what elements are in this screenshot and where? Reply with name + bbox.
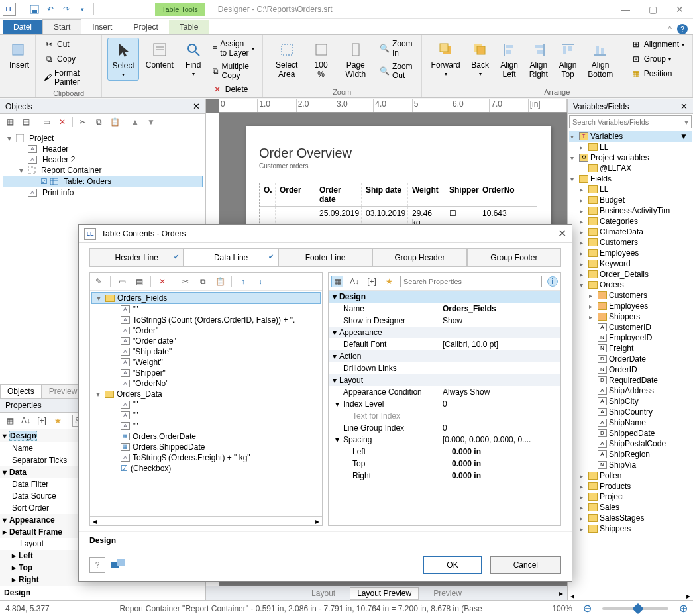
variable-item[interactable]: ▸BusinessActivityTim: [569, 205, 692, 216]
close-panel-icon[interactable]: ✕: [680, 101, 688, 111]
tool-icon[interactable]: ▦: [4, 116, 16, 128]
dialog-tab[interactable]: Group Footer: [467, 248, 561, 266]
dialog-tab[interactable]: Header Line✔: [89, 248, 184, 266]
preview-display-tab[interactable]: Preview: [427, 588, 468, 599]
dialog-tab[interactable]: Footer Line: [278, 248, 372, 266]
property-row[interactable]: Appearance ConditionAlways Show: [329, 386, 560, 398]
expand-icon[interactable]: [+]: [36, 415, 48, 427]
close-icon[interactable]: ✕: [676, 4, 684, 15]
save-icon[interactable]: [28, 3, 40, 15]
dialog-property-grid[interactable]: ▾DesignNameOrders_FieldsShow in Designer…: [329, 291, 560, 525]
dropdown-icon[interactable]: ▾: [682, 116, 691, 128]
property-row[interactable]: Top0.000 in: [329, 458, 560, 470]
variable-item[interactable]: ▸Keyword: [569, 258, 692, 269]
layout-tab[interactable]: Layout: [305, 588, 342, 599]
copy-icon[interactable]: ⧉: [93, 116, 105, 128]
tree-item[interactable]: AHeader 2: [3, 154, 203, 165]
zoom-in-icon[interactable]: ⊕: [679, 602, 688, 615]
property-row[interactable]: ▾Index Level0: [329, 398, 560, 410]
variable-item[interactable]: ▸Shippers: [569, 523, 692, 534]
variable-item[interactable]: AShipCity: [569, 396, 692, 407]
dialog-tab[interactable]: Group Header: [372, 248, 466, 266]
variable-item[interactable]: ▸Employees: [569, 248, 692, 258]
field-item[interactable]: ▾Orders_Data: [91, 389, 321, 399]
field-item[interactable]: A"": [91, 304, 321, 315]
variable-item[interactable]: ▸LL: [569, 184, 692, 195]
sort-icon[interactable]: A↓: [20, 415, 32, 427]
variable-item[interactable]: ▸Pollen: [569, 470, 692, 481]
field-item[interactable]: A"": [91, 421, 321, 431]
field-item[interactable]: A"Shipper": [91, 368, 321, 378]
field-item[interactable]: ▾Orders_Fields: [91, 292, 321, 304]
add-icon[interactable]: ▭: [116, 276, 128, 287]
variable-item[interactable]: ▾Fields: [569, 174, 692, 184]
variables-search-input[interactable]: [570, 116, 682, 128]
dialog-close-icon[interactable]: ✕: [558, 227, 566, 240]
paste-icon[interactable]: 📋: [109, 116, 121, 128]
format-painter-button[interactable]: 🖌Format Painter: [41, 67, 96, 88]
select-button[interactable]: Select▾: [107, 38, 138, 81]
zoom-in-button[interactable]: 🔍Zoom In: [377, 38, 416, 59]
variable-item[interactable]: AShipAddress: [569, 385, 692, 396]
copy-button[interactable]: ⧉Copy: [41, 52, 96, 66]
variable-item[interactable]: ▸Categories: [569, 216, 692, 227]
variable-item[interactable]: ACustomerID: [569, 322, 692, 333]
property-row[interactable]: ▾Appearance: [329, 327, 560, 338]
dialog-field-tree[interactable]: ▾Orders_FieldsA""AToString$ (Count (Orde…: [90, 291, 322, 516]
tool-icon[interactable]: ▤: [20, 116, 32, 128]
zoom-out-button[interactable]: 🔍Zoom Out: [377, 60, 416, 81]
cut-icon[interactable]: ✂: [77, 116, 89, 128]
field-item[interactable]: A"": [91, 410, 321, 421]
property-row[interactable]: ▾Spacing[0.000, 0.000, 0.000, 0....: [329, 434, 560, 446]
variable-item[interactable]: ▸Shippers: [569, 311, 692, 322]
delete-icon[interactable]: ✕: [156, 276, 168, 287]
property-row[interactable]: Text for Index: [329, 410, 560, 422]
property-row[interactable]: ▾Action: [329, 350, 560, 362]
categorize-icon[interactable]: ▦: [4, 415, 16, 427]
move-down-icon[interactable]: ↓: [254, 276, 266, 287]
zoom-100-button[interactable]: 100 %: [308, 38, 335, 81]
zoom-slider[interactable]: [602, 607, 668, 610]
variable-item[interactable]: NShipVia: [569, 460, 692, 470]
variable-item[interactable]: ▸LL: [569, 142, 692, 152]
minimize-icon[interactable]: —: [621, 4, 630, 15]
property-row[interactable]: ▾Design: [329, 291, 560, 303]
variable-item[interactable]: ▸Employees: [569, 301, 692, 311]
layout-preview-tab[interactable]: Layout Preview: [350, 587, 419, 600]
tool-icon[interactable]: ▭: [40, 116, 52, 128]
variable-item[interactable]: @LLFAX: [569, 163, 692, 174]
help-icon[interactable]: ?: [677, 24, 688, 34]
delete-icon[interactable]: ✕: [56, 116, 68, 128]
align-bottom-button[interactable]: Align Bottom: [584, 38, 617, 81]
tree-item[interactable]: ☑ Table: Orders: [3, 176, 203, 187]
categorize-icon[interactable]: ▦: [331, 276, 343, 287]
scroll-right-icon[interactable]: ▸: [686, 591, 690, 600]
windows-icon[interactable]: [111, 557, 127, 573]
redo-icon[interactable]: ↷: [60, 3, 72, 15]
align-right-button[interactable]: Align Right: [525, 38, 553, 81]
copy-icon[interactable]: ⧉: [197, 276, 209, 287]
group-button[interactable]: ⊡Group ▾: [628, 52, 687, 66]
tree-item[interactable]: ▾Report Container: [3, 165, 203, 176]
variable-item[interactable]: ▾⚙Project variables: [569, 152, 692, 163]
scroll-left-icon[interactable]: ◂: [93, 517, 97, 525]
field-item[interactable]: A"Order date": [91, 336, 321, 346]
property-row[interactable]: Default Font[Calibri, 10.0 pt]: [329, 338, 560, 350]
variable-item[interactable]: DOrderDate: [569, 354, 692, 364]
position-button[interactable]: ▦Position: [628, 67, 687, 80]
variable-item[interactable]: ▾Orders: [569, 280, 692, 290]
align-top-button[interactable]: Align Top: [555, 38, 581, 81]
undo-icon[interactable]: ↶: [44, 3, 56, 15]
expand-icon[interactable]: [+]: [366, 276, 378, 287]
variable-item[interactable]: ▸Customers: [569, 290, 692, 301]
variable-item[interactable]: AShipPostalCode: [569, 438, 692, 449]
file-tab[interactable]: Datei: [3, 20, 42, 34]
move-up-icon[interactable]: ↑: [237, 276, 249, 287]
report-table[interactable]: O.OrderOrder dateShip dateWeightShipperO…: [259, 183, 537, 230]
property-row[interactable]: ▾Layout: [329, 374, 560, 386]
multiple-copy-button[interactable]: ⧉Multiple Copy: [209, 60, 257, 81]
variable-item[interactable]: AShipRegion: [569, 449, 692, 460]
forward-button[interactable]: Forward▾: [427, 38, 464, 79]
select-area-button[interactable]: Select Area: [268, 38, 305, 81]
tree-item[interactable]: APrint info: [3, 187, 203, 198]
